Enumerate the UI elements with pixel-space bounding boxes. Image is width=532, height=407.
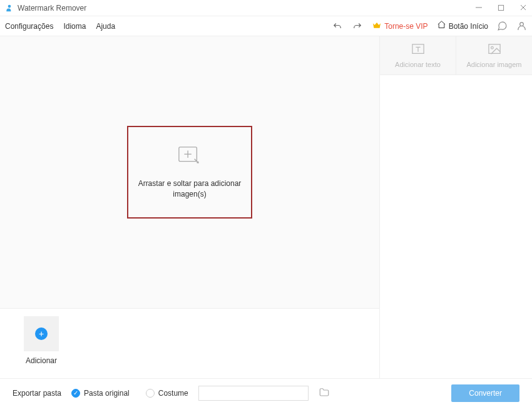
maximize-button[interactable] xyxy=(498,4,504,13)
minimize-button[interactable] xyxy=(475,4,483,13)
image-icon xyxy=(488,43,501,57)
chat-icon[interactable] xyxy=(497,21,508,31)
undo-button[interactable] xyxy=(332,21,343,32)
svg-rect-10 xyxy=(488,44,499,53)
canvas-area: Arrastar e soltar para adicionar imagen(… xyxy=(0,36,379,308)
plus-icon: + xyxy=(35,327,48,340)
export-path-input[interactable] xyxy=(198,386,309,401)
tab-add-image-label: Adicionar imagem xyxy=(466,61,521,68)
text-box-icon xyxy=(411,43,425,57)
redo-button[interactable] xyxy=(352,21,363,32)
menu-config[interactable]: Configurações xyxy=(5,22,53,31)
add-thumbnail-tile: + xyxy=(24,316,59,351)
tab-add-text-label: Adicionar texto xyxy=(395,61,441,68)
add-thumbnail-label: Adicionar xyxy=(26,356,57,365)
drop-text: Arrastar e soltar para adicionar imagen(… xyxy=(128,178,251,200)
add-image-icon xyxy=(176,145,203,171)
home-label: Botão Início xyxy=(449,22,488,31)
drop-zone[interactable]: Arrastar e soltar para adicionar imagen(… xyxy=(127,126,252,219)
side-panel: Adicionar texto Adicionar imagem xyxy=(379,36,532,378)
footer: Exportar pasta ✓ Pasta original Costume … xyxy=(0,378,532,407)
radio-original-label: Pasta original xyxy=(84,389,130,398)
radio-custom-label: Costume xyxy=(158,389,188,398)
vip-label: Torne-se VIP xyxy=(384,22,427,31)
user-icon[interactable] xyxy=(516,21,527,31)
vip-link[interactable]: Torne-se VIP xyxy=(372,20,427,33)
crown-icon xyxy=(372,20,382,33)
home-button[interactable]: Botão Início xyxy=(437,20,488,32)
app-logo-icon xyxy=(5,4,14,13)
export-folder-label: Exportar pasta xyxy=(13,389,61,398)
menu-language[interactable]: Idioma xyxy=(63,22,86,31)
radio-checked-icon: ✓ xyxy=(71,389,80,398)
svg-rect-2 xyxy=(498,5,503,10)
add-thumbnail-button[interactable]: + Adicionar xyxy=(19,316,64,365)
svg-point-11 xyxy=(491,46,493,49)
app-title: Watermark Remover xyxy=(18,4,86,13)
tab-add-image[interactable]: Adicionar imagem xyxy=(456,36,532,75)
thumbnail-strip: + Adicionar xyxy=(0,308,379,378)
radio-custom-folder[interactable]: Costume xyxy=(146,389,188,398)
convert-button[interactable]: Converter xyxy=(451,384,519,402)
menu-help[interactable]: Ajuda xyxy=(96,22,115,31)
menubar: Configurações Idioma Ajuda Torne-se VIP … xyxy=(0,16,532,36)
svg-point-5 xyxy=(520,23,524,26)
radio-original-folder[interactable]: ✓ Pasta original xyxy=(71,389,130,398)
radio-unchecked-icon xyxy=(146,389,155,398)
browse-folder-button[interactable] xyxy=(319,387,330,399)
home-icon xyxy=(437,20,446,32)
tab-add-text[interactable]: Adicionar texto xyxy=(380,36,456,75)
titlebar: Watermark Remover xyxy=(0,0,532,16)
svg-point-0 xyxy=(8,4,11,8)
close-button[interactable] xyxy=(519,4,527,13)
export-radio-group: ✓ Pasta original Costume xyxy=(71,389,188,398)
